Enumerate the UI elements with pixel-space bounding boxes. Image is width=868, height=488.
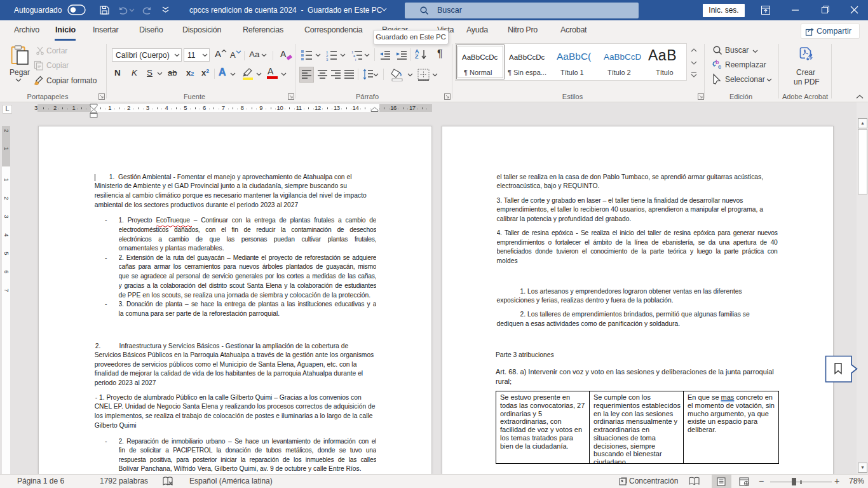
svg-text:c: c	[718, 64, 721, 70]
svg-text:i: i	[355, 58, 356, 62]
